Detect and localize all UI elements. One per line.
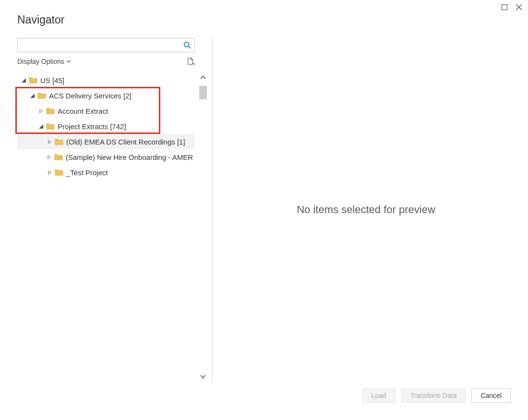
expander-collapsed-icon[interactable] bbox=[47, 140, 52, 144]
page-title: Navigator bbox=[0, 0, 528, 26]
navigator-pane: Display Options bbox=[17, 38, 195, 382]
tree-label: Account Extract bbox=[58, 107, 108, 115]
folder-icon bbox=[55, 168, 63, 176]
folder-icon bbox=[55, 138, 63, 145]
tree-label: Project Extracts [742] bbox=[58, 122, 126, 131]
maximize-icon[interactable] bbox=[501, 4, 508, 11]
search-input-container[interactable] bbox=[17, 38, 195, 52]
chevron-down-icon bbox=[66, 58, 71, 65]
tree-label: US [45] bbox=[40, 76, 64, 84]
folder-icon bbox=[46, 107, 55, 115]
expander-collapsed-icon[interactable] bbox=[38, 109, 43, 113]
tree-label: (Sample) New Hire Onboarding - AMER bbox=[66, 153, 193, 161]
display-options-dropdown[interactable]: Display Options bbox=[17, 58, 71, 65]
display-options-label: Display Options bbox=[17, 58, 64, 65]
scroll-track[interactable] bbox=[199, 83, 207, 371]
expander-expanded-icon[interactable] bbox=[30, 94, 35, 98]
expander-collapsed-icon[interactable] bbox=[47, 170, 52, 175]
expander-expanded-icon[interactable] bbox=[21, 78, 26, 83]
tree-label: (Old) EMEA DS Client Recordings [1] bbox=[66, 138, 185, 146]
vertical-scrollbar[interactable] bbox=[198, 72, 208, 382]
expander-expanded-icon[interactable] bbox=[38, 124, 43, 129]
tree-item-acs-delivery[interactable]: ACS Delivery Services [2] bbox=[17, 88, 195, 103]
cancel-button[interactable]: Cancel bbox=[471, 388, 511, 403]
expander-collapsed-icon[interactable] bbox=[47, 155, 51, 159]
close-icon[interactable] bbox=[516, 4, 522, 11]
refresh-icon[interactable] bbox=[186, 57, 195, 66]
tree-item-test-project[interactable]: _Test Project bbox=[17, 165, 195, 180]
svg-line-4 bbox=[189, 47, 191, 48]
scroll-down-icon[interactable] bbox=[198, 371, 208, 382]
preview-pane: No items selected for preview bbox=[221, 38, 511, 382]
svg-point-3 bbox=[184, 42, 189, 47]
scroll-thumb[interactable] bbox=[199, 86, 207, 99]
tree-label: ACS Delivery Services [2] bbox=[49, 92, 132, 100]
scroll-up-icon[interactable] bbox=[198, 72, 208, 83]
tree-view: US [45] ACS Delivery Services [2] bbox=[17, 72, 195, 180]
tree-item-us[interactable]: US [45] bbox=[17, 72, 195, 88]
search-icon[interactable] bbox=[183, 41, 192, 49]
folder-icon bbox=[54, 153, 63, 161]
svg-rect-0 bbox=[502, 5, 507, 10]
tree-item-sample-onboarding[interactable]: (Sample) New Hire Onboarding - AMER bbox=[17, 149, 195, 165]
vertical-divider bbox=[212, 38, 213, 382]
footer: Load Transform Data Cancel bbox=[0, 382, 528, 403]
preview-empty-message: No items selected for preview bbox=[297, 204, 435, 216]
search-input[interactable] bbox=[21, 41, 183, 49]
tree-item-project-extracts[interactable]: Project Extracts [742] bbox=[17, 119, 195, 134]
folder-icon bbox=[37, 92, 46, 99]
tree-item-old-emea[interactable]: (Old) EMEA DS Client Recordings [1] bbox=[17, 134, 195, 149]
folder-icon bbox=[29, 76, 37, 84]
tree-item-account-extract[interactable]: Account Extract bbox=[17, 103, 195, 119]
folder-icon bbox=[46, 122, 55, 130]
tree-label: _Test Project bbox=[66, 168, 108, 177]
load-button: Load bbox=[362, 388, 396, 403]
transform-data-button: Transform Data bbox=[401, 388, 466, 403]
